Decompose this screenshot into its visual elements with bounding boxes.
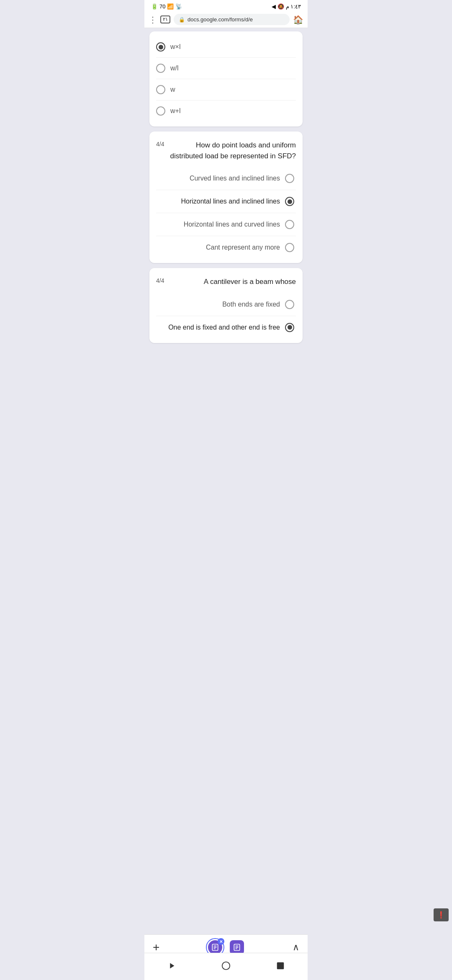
q2-option2-label: One end is fixed and other end is free — [168, 324, 280, 331]
option-wl-radio[interactable] — [156, 64, 165, 73]
q1-option3-radio[interactable] — [285, 220, 294, 229]
q1-divider2 — [156, 213, 296, 213]
q1-divider3 — [156, 236, 296, 236]
url-bar[interactable]: 🔒 docs.google.com/forms/d/e — [174, 14, 290, 25]
question2-text: A cantilever is a beam whose — [169, 276, 296, 287]
url-text: docs.google.com/forms/d/e — [187, 16, 253, 23]
q1-divider1 — [156, 190, 296, 190]
option-wpl[interactable]: w+l — [156, 102, 296, 120]
q1-option4-label: Cant represent any more — [206, 244, 280, 251]
q2-option2-radio[interactable] — [285, 323, 294, 332]
q1-option3[interactable]: Horizontal lines and curved lines — [156, 216, 296, 233]
question1-header: 4/4 How do point loads and uniform distr… — [156, 140, 296, 161]
mute-icon: 🔕 — [277, 3, 284, 10]
lock-icon: 🔒 — [179, 17, 185, 23]
q2-option1-label: Both ends are fixed — [222, 301, 280, 308]
question2-options: Both ends are fixed One end is fixed and… — [156, 296, 296, 336]
option-wxl-label: w×l — [170, 43, 180, 51]
q1-option2-radio[interactable] — [285, 197, 294, 206]
main-content: w×l w/l w w+l 4/4 How do point loads and… — [144, 28, 308, 405]
time: ١:٤٣ م — [286, 3, 301, 10]
previous-question-card: w×l w/l w w+l — [149, 31, 303, 126]
q1-option3-label: Horizontal lines and curved lines — [184, 221, 280, 228]
question2-header: 4/4 A cantilever is a beam whose — [156, 276, 296, 287]
divider — [156, 57, 296, 58]
browser-menu-button[interactable]: ⋮ — [149, 15, 157, 25]
q1-option1[interactable]: Curved lines and inclined lines — [156, 170, 296, 187]
q2-option2[interactable]: One end is fixed and other end is free — [156, 319, 296, 336]
signal-bars: 📶 — [167, 3, 174, 10]
option-wpl-radio[interactable] — [156, 106, 165, 116]
question1-number: 4/4 — [156, 141, 164, 147]
home-button[interactable]: 🏠 — [293, 15, 303, 25]
option-wl-label: w/l — [170, 64, 179, 72]
q1-option2-label: Horizontal lines and inclined lines — [181, 198, 280, 205]
wifi-icon: 📡 — [175, 3, 182, 10]
option-wl[interactable]: w/l — [156, 59, 296, 77]
status-left: 🔋 70 📶 📡 — [151, 3, 182, 10]
tab-count-badge[interactable]: ٢١ — [160, 15, 170, 23]
question1-text: How do point loads and uniform distribut… — [169, 140, 296, 161]
q1-option1-label: Curved lines and inclined lines — [190, 175, 280, 182]
divider3 — [156, 100, 296, 101]
q2-option1[interactable]: Both ends are fixed — [156, 296, 296, 313]
option-w-label: w — [170, 86, 175, 93]
browser-bar: ⋮ ٢١ 🔒 docs.google.com/forms/d/e 🏠 — [144, 11, 308, 28]
question1-card: 4/4 How do point loads and uniform distr… — [149, 132, 303, 263]
status-bar: 🔋 70 📶 📡 ◀ 🔕 ١:٤٣ م — [144, 0, 308, 11]
option-wpl-label: w+l — [170, 107, 180, 115]
battery-level: 70 — [159, 3, 165, 10]
battery-icon: 🔋 — [151, 3, 158, 10]
question1-options: Curved lines and inclined lines Horizont… — [156, 170, 296, 256]
q1-option1-radio[interactable] — [285, 174, 294, 183]
option-w[interactable]: w — [156, 81, 296, 98]
option-wxl-radio[interactable] — [156, 42, 165, 52]
q1-option4[interactable]: Cant represent any more — [156, 239, 296, 256]
divider2 — [156, 79, 296, 79]
q1-option4-radio[interactable] — [285, 243, 294, 252]
q2-divider1 — [156, 316, 296, 316]
question2-number: 4/4 — [156, 277, 164, 284]
status-right: ◀ 🔕 ١:٤٣ م — [272, 3, 301, 10]
q2-option1-radio[interactable] — [285, 300, 294, 309]
q1-option2[interactable]: Horizontal lines and inclined lines — [156, 193, 296, 210]
option-wxl[interactable]: w×l — [156, 38, 296, 56]
question2-card: 4/4 A cantilever is a beam whose Both en… — [149, 268, 303, 343]
location-icon: ◀ — [272, 3, 276, 10]
option-w-radio[interactable] — [156, 85, 165, 94]
